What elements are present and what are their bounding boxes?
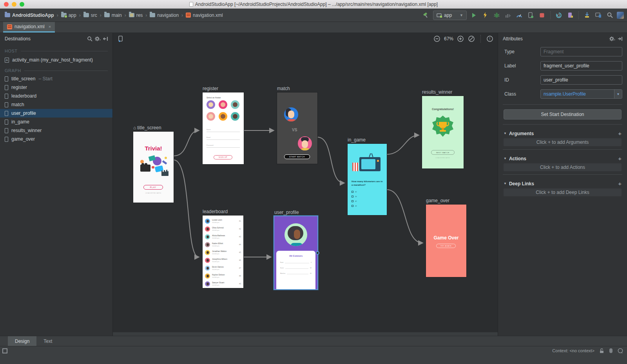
arguments-section-header[interactable]: ▼ Arguments + <box>498 128 627 138</box>
card-label-game-over[interactable]: game_over <box>426 198 449 203</box>
label-field[interactable] <box>540 61 622 71</box>
destination-item-match[interactable]: match <box>0 100 112 109</box>
fragment-icon <box>5 102 8 107</box>
action-connection-handle[interactable] <box>316 251 319 255</box>
cpu-gauge-icon[interactable] <box>515 11 524 20</box>
hide-panel-icon[interactable] <box>616 35 624 43</box>
toolbar-actions: app ▼ <box>422 11 624 20</box>
class-label: Class <box>504 91 540 97</box>
password-field-preview: Password <box>207 144 240 148</box>
breadcrumb-navigation[interactable]: navigation <box>148 12 180 19</box>
zoom-out-icon[interactable] <box>433 35 441 43</box>
destination-card-in-game[interactable]: How many kilometers are in a marathon? 3… <box>348 144 387 215</box>
sdk-manager-icon[interactable] <box>583 11 591 20</box>
host-item-activity-main[interactable]: A activity_main (my_nav_host_fragment) <box>0 56 112 64</box>
leaderboard-row: Alivia Mathews14,000 pts#3 <box>203 233 243 241</box>
user-avatar[interactable] <box>617 12 624 19</box>
breadcrumb-src[interactable]: src <box>82 12 99 19</box>
destination-item-register[interactable]: register <box>0 83 112 92</box>
navigation-graph-canvas[interactable]: 67% ! <box>113 33 498 336</box>
arguments-hint: Click + to add Arguments <box>504 138 622 146</box>
add-action-icon[interactable]: + <box>618 155 622 162</box>
trophy-badge <box>431 115 454 140</box>
destination-card-title-screen[interactable]: Trivia! PLAY LEADERBOARD <box>133 132 174 203</box>
device-manager-icon[interactable] <box>594 11 603 20</box>
breadcrumb-app[interactable]: app <box>60 12 78 19</box>
card-label-match[interactable]: match <box>277 86 290 91</box>
add-destination-icon[interactable] <box>117 35 125 43</box>
zoom-level: 67% <box>444 36 453 42</box>
class-combobox[interactable]: nsample.UserProfile ▼ <box>540 89 622 99</box>
card-label-results-winner[interactable]: results_winner <box>422 89 452 95</box>
add-deep-link-icon[interactable]: + <box>618 180 622 187</box>
id-field[interactable] <box>540 75 622 85</box>
hide-panel-icon[interactable] <box>101 35 109 43</box>
activity-icon: A <box>5 58 9 63</box>
highlight-level-icon[interactable] <box>609 348 613 353</box>
stop-button[interactable] <box>538 11 546 20</box>
destination-item-in-game[interactable]: in_game <box>0 118 112 126</box>
window-titlebar: AndroidStudioApp [~/AndroidStudioProject… <box>0 0 627 9</box>
actions-section-header[interactable]: ▼ Actions + <box>498 153 627 163</box>
layout-inspector-icon[interactable] <box>566 11 574 20</box>
run-on-device-icon[interactable] <box>526 11 535 20</box>
gear-icon[interactable] <box>94 35 101 43</box>
run-configuration-select[interactable]: app ▼ <box>433 11 467 20</box>
destination-card-results-winner[interactable]: Congratulations! NEXT MATCH LEADERBOARD <box>422 96 464 168</box>
run-button[interactable] <box>469 11 478 20</box>
toolwindow-toggle-icon[interactable] <box>2 348 7 353</box>
card-label-register[interactable]: register <box>203 86 218 91</box>
leaderboard-row: Kaylee Deleon14,000 pts#8 <box>203 272 243 280</box>
card-label-in-game[interactable]: in_game <box>348 137 366 143</box>
status-bar: Context: <no context> <box>0 346 627 364</box>
breadcrumb-main[interactable]: main <box>103 12 123 19</box>
fragment-icon <box>5 137 8 142</box>
destination-card-leaderboard[interactable]: Lucas Leon14,000 pts#1 Oliva Schmid14,00… <box>203 216 243 288</box>
search-icon[interactable] <box>86 35 94 43</box>
card-label-user-profile[interactable]: user_profile <box>274 210 299 215</box>
breadcrumb-res[interactable]: res <box>127 12 145 19</box>
zoom-to-fit-icon[interactable] <box>468 35 475 43</box>
destination-item-results-winner[interactable]: results_winner <box>0 126 112 135</box>
breadcrumb-navigation-xml[interactable]: navigation.xml <box>184 12 225 19</box>
build-hammer-icon[interactable] <box>422 11 430 20</box>
leaderboard-row: Jonathan Walton14,000 pts#5 <box>203 248 243 256</box>
card-label-leaderboard[interactable]: leaderboard <box>203 209 228 214</box>
card-label-title-screen[interactable]: ⌂ title_screen <box>133 125 161 130</box>
fragment-icon <box>5 76 8 81</box>
destination-item-user-profile[interactable]: user_profile <box>0 109 112 118</box>
destination-item-title-screen[interactable]: title_screen – Start <box>0 74 112 83</box>
tab-text[interactable]: Text <box>36 336 59 346</box>
tab-design[interactable]: Design <box>8 336 36 346</box>
notifications-icon[interactable] <box>618 348 623 353</box>
apply-changes-icon[interactable] <box>481 11 489 20</box>
deep-links-section-header[interactable]: ▼ Deep Links + <box>498 178 627 188</box>
close-tab-icon[interactable]: × <box>49 24 51 29</box>
actions-hint: Click + to add Actions <box>504 163 622 171</box>
debug-icon[interactable] <box>492 11 501 20</box>
gear-icon[interactable] <box>608 35 616 43</box>
type-field[interactable] <box>540 47 622 56</box>
triangle-down-icon: ▼ <box>504 132 507 135</box>
destination-card-user-profile[interactable]: Ali Connors Rank4 Score32 Matches45 <box>274 216 317 289</box>
destination-item-game-over[interactable]: game_over <box>0 135 112 143</box>
profiler-icon[interactable] <box>504 11 512 20</box>
destination-card-game-over[interactable]: Game Over TRY AGAIN <box>426 205 466 277</box>
profile-name: Ali Connors <box>276 255 315 257</box>
breadcrumb-project[interactable]: AndroidStudioApp <box>3 12 56 19</box>
add-argument-icon[interactable]: + <box>618 130 622 137</box>
sync-project-icon[interactable] <box>555 11 563 20</box>
quiz-option: 42 <box>352 200 357 202</box>
set-start-destination-button[interactable]: Set Start Destination <box>504 109 622 120</box>
horizontal-scrollbar[interactable] <box>113 332 498 336</box>
destination-item-leaderboard[interactable]: leaderboard <box>0 92 112 100</box>
tab-navigation-xml[interactable]: navigation.xml × <box>3 22 55 33</box>
triangle-down-icon: ▼ <box>504 182 507 185</box>
search-everywhere-icon[interactable] <box>605 11 614 20</box>
destination-card-register[interactable]: Select an Avatar Name Email Password SIG… <box>203 92 244 164</box>
destination-card-match[interactable]: VS START MATCH <box>277 92 317 164</box>
issues-warning-icon[interactable]: ! <box>486 35 494 43</box>
nav-file-icon <box>186 13 191 18</box>
zoom-in-icon[interactable] <box>457 35 464 43</box>
unlock-icon[interactable] <box>599 348 604 353</box>
